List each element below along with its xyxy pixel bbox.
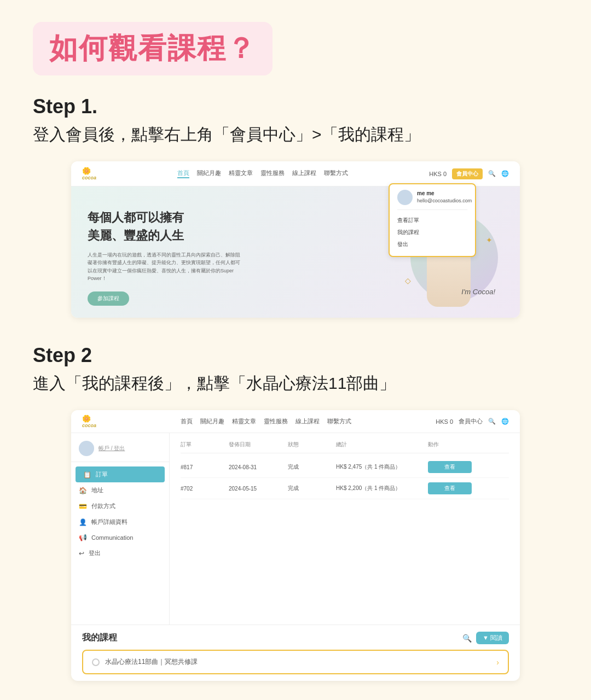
comm-label: Communication [91, 534, 133, 541]
s2-nav-link-5[interactable]: 線上課程 [296, 417, 320, 425]
nav-link-2[interactable]: 關紀月趣 [197, 169, 221, 178]
s2-member-center[interactable]: 會員中心 [459, 417, 483, 425]
sidebar-item-profile[interactable]: 👤 帳戶詳細資料 [71, 514, 169, 530]
screenshot2-nav-right: HKS 0 會員中心 🔍 🌐 [436, 417, 509, 425]
hero-left: 每個人都可以擁有 美麗、豐盛的人生 人生是一場內在玩的遊戲，透過不同的靈性工具向… [88, 203, 394, 307]
sidebar-item-orders[interactable]: 📋 訂單 [76, 466, 165, 482]
menu-my-courses[interactable]: 我的課程 [397, 226, 467, 238]
sidebar-item-payment[interactable]: 💳 付款方式 [71, 498, 169, 514]
s2-nav-link-1[interactable]: 首頁 [181, 417, 193, 425]
step2-description: 進入「我的課程後」，點擊「水晶心療法11部曲」 [33, 372, 558, 395]
user-details: me me hello@cocoastudios.com [417, 190, 472, 205]
user-email: hello@cocoastudios.com [417, 198, 472, 203]
nav-link-5[interactable]: 線上課程 [292, 169, 316, 178]
course-item-left: 水晶心療法11部曲｜冥想共修課 [92, 657, 198, 667]
s2-username[interactable]: 帳戶 / 登出 [99, 445, 125, 452]
course-list-item[interactable]: 水晶心療法11部曲｜冥想共修課 › [82, 650, 509, 674]
view-btn-label: ▼ 閱讀 [483, 634, 502, 642]
course-title: 水晶心療法11部曲｜冥想共修課 [105, 657, 198, 667]
hks-balance: HKS 0 [429, 171, 447, 177]
payment-icon: 💳 [79, 503, 87, 510]
course-status-circle [92, 658, 100, 666]
hero-title: 每個人都可以擁有 美麗、豐盛的人生 [88, 208, 394, 244]
sidebar-item-logout[interactable]: ↩ 登出 [71, 545, 169, 561]
order-date-2: 2024-05-15 [229, 486, 283, 492]
order-num-2: #702 [181, 486, 224, 492]
order-total-1: HK$ 2,475（共 1 件商品） [336, 463, 424, 471]
order-status-1: 完成 [288, 463, 332, 471]
sidebar-item-communication[interactable]: 📢 Communication [71, 530, 169, 545]
s2-nav-link-3[interactable]: 精靈文章 [232, 417, 256, 425]
s2-share-icon[interactable]: 🌐 [501, 418, 509, 425]
member-center-btn[interactable]: 會員中心 [452, 168, 483, 179]
step1-description: 登入會員後，點擊右上角「會員中心」>「我的課程」 [33, 124, 558, 146]
my-courses-title: 我的課程 [82, 632, 117, 644]
col-order: 訂單 [181, 441, 224, 448]
order-total-2: HK$ 2,200（共 1 件商品） [336, 485, 424, 492]
s2-user-avatar [79, 441, 94, 456]
screenshot1-navbar: 🌼 cocoa 首頁 關紀月趣 精靈文章 靈性服務 線上課程 聯繫方式 HKS … [71, 161, 520, 186]
search-icon[interactable]: 🔍 [488, 170, 496, 177]
order-view-btn-2[interactable]: 查看 [428, 482, 472, 494]
courses-view-btn[interactable]: ▼ 閱讀 [476, 632, 509, 644]
hero-signature: I'm Cocoa! [461, 288, 495, 296]
col-status: 狀態 [288, 441, 332, 448]
s2-sidebar-user: 帳戶 / 登出 [71, 441, 169, 462]
user-avatar [397, 190, 413, 205]
screenshot1-logo-text: cocoa [82, 175, 96, 180]
course-expand-arrow[interactable]: › [496, 658, 499, 667]
screenshot1: 🌼 cocoa 首頁 關紀月趣 精靈文章 靈性服務 線上課程 聯繫方式 HKS … [71, 161, 520, 318]
order-num-1: #817 [181, 464, 224, 470]
screenshot2-logo-text: cocoa [82, 423, 96, 428]
title-box: 如何觀看課程？ [33, 22, 273, 75]
share-icon[interactable]: 🌐 [501, 170, 509, 177]
dropdown-user-info: me me hello@cocoastudios.com [397, 190, 467, 210]
nav-link-3[interactable]: 精靈文章 [229, 169, 253, 178]
my-courses-header: 我的課程 🔍 ▼ 閱讀 [82, 632, 509, 644]
screenshot2: 🌼 cocoa 首頁 關紀月趣 精靈文章 靈性服務 線上課程 聯繫方式 HKS … [71, 410, 520, 681]
nav-link-6[interactable]: 聯繫方式 [324, 169, 348, 178]
s2-search-icon[interactable]: 🔍 [488, 418, 496, 425]
menu-logout[interactable]: 發出 [397, 238, 467, 250]
screenshot1-navlinks: 首頁 關紀月趣 精靈文章 靈性服務 線上課程 聯繫方式 [177, 169, 348, 178]
logout-label: 登出 [89, 549, 101, 557]
comm-icon: 📢 [79, 534, 87, 541]
page-title: 如何觀看課程？ [49, 30, 256, 68]
join-course-btn[interactable]: 參加課程 [88, 291, 129, 306]
screenshot1-logo: 🌼 cocoa [82, 167, 96, 180]
logout-icon: ↩ [79, 550, 84, 557]
address-icon: 🏠 [79, 487, 87, 494]
orders-table-header: 訂單 發佈日期 狀態 總計 動作 [181, 441, 509, 453]
courses-search-btn[interactable]: 🔍 [462, 634, 472, 643]
step1-section: Step 1. 登入會員後，點擊右上角「會員中心」>「我的課程」 🌼 cocoa… [33, 95, 558, 318]
my-courses-section: 我的課程 🔍 ▼ 閱讀 水晶心療法11部曲｜冥想共修課 › [71, 625, 520, 681]
col-action: 動作 [428, 441, 472, 448]
order-status-2: 完成 [288, 485, 332, 492]
nav-link-home[interactable]: 首頁 [177, 169, 189, 178]
s2-nav-link-6[interactable]: 聯繫方式 [327, 417, 351, 425]
member-dropdown: me me hello@cocoastudios.com 查看訂單 我的課程 發… [389, 183, 476, 257]
sidebar-item-address[interactable]: 🏠 地址 [71, 482, 169, 498]
order-row-2: #702 2024-05-15 完成 HK$ 2,200（共 1 件商品） 查看 [181, 478, 509, 499]
username: me me [417, 190, 472, 197]
menu-orders[interactable]: 查看訂單 [397, 214, 467, 226]
s2-nav-link-2[interactable]: 關紀月趣 [200, 417, 224, 425]
orders-label: 訂單 [96, 470, 108, 479]
profile-label: 帳戶詳細資料 [91, 518, 128, 526]
address-label: 地址 [91, 486, 103, 494]
hero-title-line1: 每個人都可以擁有 [88, 211, 184, 224]
order-view-btn-1[interactable]: 查看 [428, 461, 472, 473]
screenshot2-navbar: 🌼 cocoa 首頁 關紀月趣 精靈文章 靈性服務 線上課程 聯繫方式 HKS … [71, 410, 520, 433]
step2-heading: Step 2 [33, 344, 558, 367]
step1-heading: Step 1. [33, 95, 558, 118]
s2-nav-link-4[interactable]: 靈性服務 [264, 417, 288, 425]
nav-link-4[interactable]: 靈性服務 [260, 169, 285, 178]
profile-icon: 👤 [79, 518, 87, 526]
screenshot2-logo: 🌼 cocoa [82, 415, 96, 428]
col-date: 發佈日期 [229, 441, 283, 448]
screenshot2-body: 帳戶 / 登出 📋 訂單 🏠 地址 💳 付款方式 👤 帳戶詳細資料 [71, 433, 520, 625]
s2-sidebar: 帳戶 / 登出 📋 訂單 🏠 地址 💳 付款方式 👤 帳戶詳細資料 [71, 433, 170, 625]
my-courses-actions: 🔍 ▼ 閱讀 [462, 632, 509, 644]
orders-icon: 📋 [83, 471, 91, 479]
s2-main-content: 訂單 發佈日期 狀態 總計 動作 #817 2024-08-31 完成 HK$ … [170, 433, 520, 625]
